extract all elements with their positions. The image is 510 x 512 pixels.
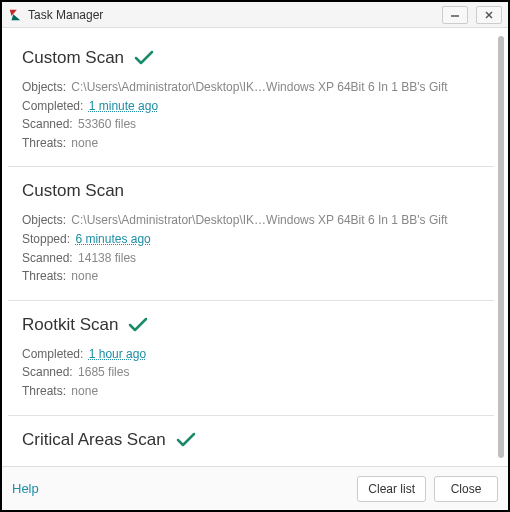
detail-label: Objects: [22, 80, 66, 94]
close-button[interactable]: Close [434, 476, 498, 502]
task-detail-line: Scanned: 14138 files [22, 249, 482, 268]
detail-label: Completed: [22, 347, 83, 361]
detail-label: Objects: [22, 213, 66, 227]
checkmark-icon [134, 50, 154, 66]
window-title: Task Manager [28, 8, 103, 22]
detail-label: Scanned: [22, 365, 73, 379]
task-title: Custom Scan [22, 181, 124, 201]
minimize-button[interactable] [442, 6, 468, 24]
detail-value: 1685 files [78, 365, 129, 379]
detail-value: none [71, 136, 98, 150]
task-detail-line: Threats: none [22, 382, 482, 401]
task-detail-line: Stopped: 6 minutes ago [22, 230, 482, 249]
detail-value: C:\Users\Administrator\Desktop\IK…Window… [71, 80, 447, 94]
task-detail-line: Completed: 1 hour ago [22, 345, 482, 364]
detail-value: none [71, 269, 98, 283]
help-link[interactable]: Help [12, 481, 39, 496]
detail-label: Threats: [22, 384, 66, 398]
time-link[interactable]: 1 hour ago [89, 347, 146, 361]
scrollbar[interactable] [498, 36, 504, 458]
detail-label: Threats: [22, 269, 66, 283]
task-detail-line: Objects: C:\Users\Administrator\Desktop\… [22, 211, 482, 230]
task-detail-line: Scanned: 1685 files [22, 363, 482, 382]
task-title: Custom Scan [22, 48, 124, 68]
detail-label: Stopped: [22, 232, 70, 246]
clear-list-label: Clear list [368, 482, 415, 496]
detail-label: Completed: [22, 99, 83, 113]
task-item[interactable]: Critical Areas Scan [8, 416, 494, 466]
task-item[interactable]: Custom ScanObjects: C:\Users\Administrat… [8, 167, 494, 300]
detail-value: 53360 files [78, 117, 136, 131]
task-detail-line: Threats: none [22, 267, 482, 286]
checkmark-icon [128, 317, 148, 333]
svg-marker-1 [12, 14, 21, 20]
clear-list-button[interactable]: Clear list [357, 476, 426, 502]
task-item[interactable]: Rootkit ScanCompleted: 1 hour agoScanned… [8, 301, 494, 416]
detail-value: C:\Users\Administrator\Desktop\IK…Window… [71, 213, 447, 227]
time-link[interactable]: 6 minutes ago [75, 232, 150, 246]
footer-bar: Help Clear list Close [2, 466, 508, 510]
detail-value: none [71, 384, 98, 398]
detail-label: Scanned: [22, 117, 73, 131]
task-title: Critical Areas Scan [22, 430, 166, 450]
content-area: Custom ScanObjects: C:\Users\Administrat… [2, 28, 508, 466]
task-list: Custom ScanObjects: C:\Users\Administrat… [8, 34, 494, 466]
app-logo-icon [8, 8, 22, 22]
detail-value: 14138 files [78, 251, 136, 265]
task-detail-line: Threats: none [22, 134, 482, 153]
detail-label: Scanned: [22, 251, 73, 265]
task-detail-line: Scanned: 53360 files [22, 115, 482, 134]
close-label: Close [451, 482, 482, 496]
task-item[interactable]: Custom ScanObjects: C:\Users\Administrat… [8, 34, 494, 167]
task-detail-line: Objects: C:\Users\Administrator\Desktop\… [22, 78, 482, 97]
close-window-button[interactable] [476, 6, 502, 24]
detail-label: Threats: [22, 136, 66, 150]
task-title: Rootkit Scan [22, 315, 118, 335]
time-link[interactable]: 1 minute ago [89, 99, 158, 113]
task-detail-line: Completed: 1 minute ago [22, 97, 482, 116]
title-bar: Task Manager [2, 2, 508, 28]
checkmark-icon [176, 432, 196, 448]
